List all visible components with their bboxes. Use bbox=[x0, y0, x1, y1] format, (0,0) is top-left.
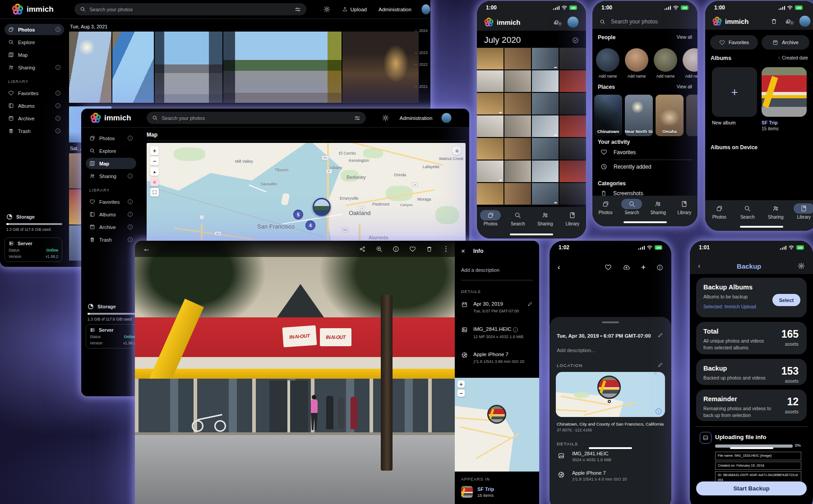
sidebar-item-favorites[interactable]: Favoritesi bbox=[86, 196, 136, 207]
sidebar-item-sharing[interactable]: Sharingi bbox=[5, 62, 64, 73]
sidebar-item-photos[interactable]: Photosi bbox=[5, 24, 64, 35]
photo-thumbnail[interactable] bbox=[532, 160, 559, 182]
description-input[interactable]: Add description... bbox=[557, 348, 595, 353]
user-avatar[interactable] bbox=[421, 4, 430, 14]
album-tile-sf-trip[interactable] bbox=[762, 67, 807, 117]
photo-thumbnail[interactable]: ☁ bbox=[532, 183, 559, 205]
user-avatar[interactable] bbox=[441, 113, 452, 123]
place-card[interactable]: Omaha bbox=[656, 95, 684, 136]
gear-icon[interactable] bbox=[798, 262, 805, 270]
more-options-kebab-icon[interactable]: ⋮ bbox=[443, 245, 449, 253]
photo-thumbnail[interactable] bbox=[477, 70, 504, 92]
close-icon[interactable]: × bbox=[461, 247, 465, 255]
timeline-scrubber-year[interactable]: 2024 bbox=[415, 28, 428, 33]
description-input[interactable]: Add a description bbox=[455, 267, 539, 273]
photo-thumbnail[interactable] bbox=[532, 93, 559, 115]
map-settings-button[interactable] bbox=[453, 147, 461, 155]
info-icon[interactable]: i bbox=[55, 27, 60, 32]
home-indicator[interactable] bbox=[510, 234, 553, 235]
photo-thumbnail[interactable] bbox=[112, 32, 154, 103]
photo-thumbnail[interactable] bbox=[504, 115, 531, 137]
photo-thumbnail[interactable] bbox=[559, 115, 586, 137]
photo-thumbnail[interactable] bbox=[559, 48, 586, 69]
info-icon[interactable]: i bbox=[128, 225, 133, 229]
user-avatar[interactable] bbox=[799, 15, 811, 27]
photo-thumbnail[interactable]: ☁ bbox=[532, 115, 559, 137]
administration-link[interactable]: Administration bbox=[400, 115, 433, 121]
info-icon[interactable]: i bbox=[55, 116, 60, 121]
photo-thumbnail[interactable] bbox=[504, 183, 531, 205]
places-view-all-link[interactable]: View all bbox=[677, 84, 692, 89]
upload-button[interactable]: Upload bbox=[342, 6, 367, 12]
sidebar-item-archive[interactable]: Archivei bbox=[86, 221, 136, 233]
sidebar-item-trash[interactable]: Trashi bbox=[5, 125, 64, 137]
user-avatar[interactable] bbox=[567, 16, 579, 28]
trash-icon[interactable] bbox=[426, 246, 433, 252]
timeline-scrubber-year[interactable]: 2023 bbox=[415, 50, 428, 55]
photo-thumbnail[interactable] bbox=[559, 183, 586, 205]
tab-library[interactable]: Library bbox=[674, 199, 695, 226]
info-icon[interactable]: i bbox=[128, 174, 133, 179]
zoom-in-button[interactable]: + bbox=[150, 147, 159, 155]
info-icon[interactable]: i bbox=[128, 136, 133, 141]
timeline-scrubber-year[interactable]: 2021 bbox=[415, 84, 428, 89]
tab-photos[interactable]: Photos bbox=[480, 210, 501, 238]
home-indicator[interactable] bbox=[624, 221, 667, 223]
photo-thumbnail[interactable] bbox=[559, 70, 586, 92]
photo-thumbnail[interactable] bbox=[69, 32, 111, 103]
drag-handle[interactable] bbox=[602, 321, 619, 323]
archive-button[interactable]: Archive bbox=[762, 35, 809, 50]
tab-library[interactable]: Library bbox=[562, 210, 583, 238]
map-photo-marker[interactable] bbox=[313, 198, 331, 216]
info-icon[interactable]: i bbox=[55, 91, 60, 96]
compass-button[interactable]: ▲ bbox=[150, 167, 159, 176]
photo-thumbnail[interactable]: ☁ bbox=[477, 160, 504, 182]
backup-cloud-button[interactable]: × bbox=[785, 18, 793, 24]
photo-thumbnail[interactable] bbox=[477, 183, 504, 205]
immich-logo[interactable]: immich bbox=[90, 113, 131, 124]
favorites-button[interactable]: Favorites bbox=[710, 35, 758, 50]
sidebar-item-albums[interactable]: Albumsi bbox=[86, 209, 136, 220]
favorite-heart-icon[interactable] bbox=[605, 264, 612, 271]
photo-thumbnail[interactable] bbox=[477, 48, 504, 69]
info-icon[interactable]: i bbox=[513, 327, 518, 332]
photo-thumbnail[interactable] bbox=[477, 138, 504, 160]
hide-markers-button[interactable]: ⊘ bbox=[150, 178, 159, 186]
zoom-out-button[interactable]: − bbox=[150, 157, 159, 165]
zoom-image-icon[interactable] bbox=[376, 246, 383, 252]
photo-thumbnail[interactable] bbox=[155, 32, 222, 103]
sidebar-item-explore[interactable]: Explore bbox=[5, 37, 64, 48]
place-card[interactable]: Pi bbox=[686, 95, 698, 136]
home-indicator[interactable] bbox=[730, 447, 773, 449]
search-bar[interactable]: Search your photos bbox=[74, 3, 306, 15]
photo-thumbnail[interactable] bbox=[559, 160, 586, 182]
home-indicator[interactable] bbox=[740, 226, 783, 228]
back-chevron-icon[interactable]: ‹ bbox=[558, 263, 560, 271]
zoom-in-button[interactable]: + bbox=[457, 380, 465, 388]
timeline-scrubber-year[interactable]: 2022 bbox=[415, 62, 428, 67]
recently-added-row[interactable]: Recently added bbox=[592, 163, 698, 170]
trash-button[interactable] bbox=[771, 18, 777, 25]
zoom-out-button[interactable]: − bbox=[457, 389, 465, 397]
sidebar-item-archive[interactable]: Archivei bbox=[5, 113, 64, 124]
fullscreen-button[interactable] bbox=[150, 188, 159, 197]
info-icon[interactable] bbox=[656, 264, 663, 271]
photo-thumbnail[interactable] bbox=[477, 115, 504, 137]
back-arrow-icon[interactable]: ← bbox=[143, 245, 150, 253]
search-bar[interactable]: Search your photos bbox=[147, 112, 366, 124]
sidebar-item-explore[interactable]: Explore bbox=[86, 145, 136, 156]
photo-thumbnail[interactable] bbox=[504, 93, 531, 115]
viewer-photo[interactable]: IN-N-OUT IN-N-OUT bbox=[135, 241, 455, 504]
photo-thumbnail[interactable] bbox=[504, 48, 531, 69]
photo-thumbnail[interactable] bbox=[504, 138, 531, 160]
filter-sliders-icon[interactable] bbox=[354, 115, 360, 121]
sidebar-item-trash[interactable]: Trashi bbox=[86, 234, 136, 245]
tab-library[interactable]: Library bbox=[794, 203, 813, 231]
sidebar-item-map[interactable]: Map bbox=[5, 49, 64, 60]
sidebar-item-photos[interactable]: Photosi bbox=[86, 133, 136, 144]
info-icon[interactable] bbox=[393, 246, 399, 252]
map-photo-marker[interactable] bbox=[597, 376, 621, 399]
start-backup-button[interactable]: Start Backup bbox=[696, 481, 807, 495]
info-icon[interactable]: i bbox=[128, 199, 133, 204]
photo-thumbnail[interactable] bbox=[223, 32, 342, 103]
